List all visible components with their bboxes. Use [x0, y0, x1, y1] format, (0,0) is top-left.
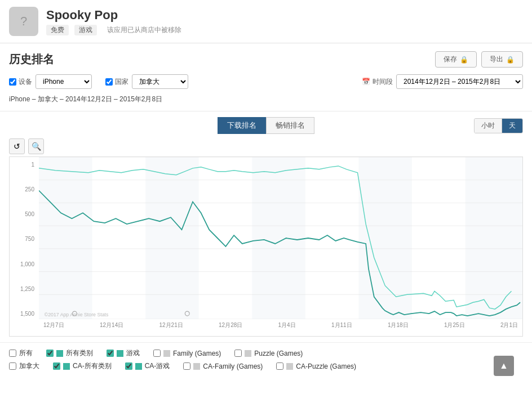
- legend-ca-game-checkbox[interactable]: [125, 362, 132, 370]
- y-label-750: 750: [12, 236, 37, 242]
- x-label-1221: 12月21日: [159, 321, 183, 329]
- chevron-up-icon: ▲: [499, 361, 508, 371]
- zoom-icon: 🔍: [32, 142, 41, 151]
- chart-plot: ©2017 App Annie Store Stats: [39, 157, 522, 319]
- legend-family-games-checkbox[interactable]: [153, 350, 161, 357]
- legend-section: 所有 所有类别 游戏 Family (Games) Puzzle (Games)…: [0, 342, 532, 377]
- legend-ca-puzzle-games-checkbox[interactable]: [276, 362, 283, 370]
- tab-sales[interactable]: 畅销排名: [266, 117, 314, 134]
- x-label-1207: 12月7日: [43, 321, 64, 329]
- chart-section: 下载排名 畅销排名 小时 天 ↺ 🔍 1 250 500 750 1,000 1…: [0, 111, 532, 342]
- app-info: Spooky Pop 免费 游戏 该应用已从商店中被移除: [46, 8, 181, 35]
- tag-free: 免费: [46, 25, 69, 35]
- chart-tabs: 下载排名 畅销排名: [218, 117, 314, 134]
- y-label-250: 250: [12, 186, 37, 192]
- reset-zoom-button[interactable]: ↺: [9, 138, 25, 154]
- filters-row: 设备 iPhone iPad 全部 国家 加拿大 美国 中国 📅 时间段: [9, 74, 523, 89]
- legend-all-cat: 所有类别: [46, 348, 93, 358]
- legend-ca-family-games-checkbox[interactable]: [183, 362, 190, 370]
- time-toggle: 小时 天: [474, 118, 523, 133]
- legend-family-games-label: Family (Games): [173, 350, 221, 357]
- legend-ca: 加拿大: [9, 361, 39, 371]
- device-label[interactable]: 设备: [9, 77, 32, 87]
- svg-rect-4: [252, 157, 305, 319]
- legend-ca-checkbox[interactable]: [9, 362, 16, 370]
- save-button[interactable]: 保存 🔒: [435, 51, 477, 68]
- lock-icon: 🔒: [460, 56, 468, 64]
- device-select[interactable]: iPhone iPad 全部: [36, 74, 92, 89]
- legend-all-cat-checkbox[interactable]: [46, 350, 54, 357]
- lock-icon-export: 🔒: [506, 56, 515, 64]
- legend-ca-game-color: [135, 363, 142, 370]
- app-tags: 免费 游戏 该应用已从商店中被移除: [46, 25, 181, 35]
- legend-ca-all-cat-checkbox[interactable]: [53, 362, 60, 370]
- legend-ca-puzzle-games: CA-Puzzle (Games): [276, 361, 356, 371]
- legend-family-games-color: [163, 350, 170, 357]
- legend-ca-game: CA-游戏: [125, 361, 170, 371]
- reset-icon: ↺: [14, 142, 20, 151]
- chart-svg: ©2017 App Annie Store Stats: [39, 157, 522, 319]
- x-label-0111: 1月11日: [331, 321, 352, 329]
- svg-rect-8: [466, 157, 522, 319]
- tab-download[interactable]: 下载排名: [218, 117, 266, 134]
- legend-ca-all-cat: CA-所有类别: [53, 361, 112, 371]
- section-header: 历史排名 保存 🔒 导出 🔒: [9, 51, 523, 68]
- history-section: 历史排名 保存 🔒 导出 🔒 设备 iPhone iPad 全部: [0, 43, 532, 111]
- header-actions: 保存 🔒 导出 🔒: [435, 51, 523, 68]
- legend-ca-all-cat-label: CA-所有类别: [73, 361, 112, 371]
- legend-puzzle-games-color: [245, 350, 251, 357]
- date-range-select[interactable]: 2014年12月2日 – 2015年2月8日: [396, 74, 523, 89]
- section-title: 历史排名: [9, 52, 54, 67]
- x-label-0201: 2月1日: [500, 321, 518, 329]
- x-label-0104: 1月4日: [278, 321, 296, 329]
- legend-row-1: 所有 所有类别 游戏 Family (Games) Puzzle (Games): [9, 348, 523, 358]
- y-label-1: 1: [12, 162, 37, 168]
- country-checkbox[interactable]: [105, 78, 113, 86]
- x-label-0125: 1月25日: [444, 321, 465, 329]
- chart-y-axis: 1 250 500 750 1,000 1,250 1,500: [10, 157, 39, 319]
- legend-game-color: [117, 350, 123, 357]
- tag-game: 游戏: [74, 25, 97, 35]
- zoom-button[interactable]: 🔍: [28, 138, 44, 154]
- legend-ca-game-label: CA-游戏: [145, 361, 170, 371]
- date-range-label: 📅 时间段: [362, 77, 393, 87]
- x-label-1228: 12月28日: [219, 321, 242, 329]
- country-select[interactable]: 加拿大 美国 中国: [132, 74, 188, 89]
- legend-game-checkbox[interactable]: [107, 350, 114, 357]
- svg-rect-0: [39, 157, 92, 319]
- chart-toolbar: ↺ 🔍: [9, 138, 523, 154]
- chart-tab-row: 下载排名 畅销排名 小时 天: [9, 117, 523, 134]
- legend-ca-family-games: CA-Family (Games): [183, 361, 263, 371]
- legend-ca-all-cat-color: [63, 363, 70, 370]
- chart-x-axis: 12月7日 12月14日 12月21日 12月28日 1月4日 1月11日 1月…: [39, 319, 522, 336]
- time-hour-button[interactable]: 小时: [475, 119, 502, 133]
- legend-puzzle-games-checkbox[interactable]: [234, 350, 242, 357]
- country-label[interactable]: 国家: [105, 77, 128, 87]
- scroll-top-button[interactable]: ▲: [494, 356, 514, 376]
- legend-all-checkbox[interactable]: [9, 350, 16, 357]
- app-icon: ?: [9, 7, 38, 36]
- time-day-button[interactable]: 天: [502, 119, 522, 133]
- legend-ca-family-games-label: CA-Family (Games): [203, 362, 263, 370]
- x-label-1214: 12月14日: [100, 321, 123, 329]
- app-title: Spooky Pop: [46, 8, 181, 23]
- svg-rect-1: [92, 157, 146, 319]
- calendar-icon: 📅: [362, 78, 370, 86]
- device-checkbox[interactable]: [9, 78, 16, 86]
- y-label-1000: 1,000: [12, 261, 37, 267]
- legend-all-label: 所有: [19, 348, 33, 358]
- svg-rect-3: [199, 157, 252, 319]
- legend-puzzle-games-label: Puzzle (Games): [254, 350, 303, 357]
- legend-all: 所有: [9, 348, 33, 358]
- y-label-500: 500: [12, 211, 37, 217]
- breadcrumb: iPhone – 加拿大 – 2014年12月2日 – 2015年2月8日: [9, 95, 523, 104]
- legend-all-cat-label: 所有类别: [66, 348, 93, 358]
- legend-ca-family-games-color: [193, 363, 200, 370]
- export-button[interactable]: 导出 🔒: [481, 51, 523, 68]
- legend-puzzle-games: Puzzle (Games): [234, 348, 303, 358]
- legend-ca-puzzle-games-color: [286, 363, 293, 370]
- legend-family-games: Family (Games): [153, 348, 221, 358]
- svg-rect-2: [145, 157, 199, 319]
- legend-game: 游戏: [107, 348, 140, 358]
- legend-all-cat-color: [56, 350, 63, 357]
